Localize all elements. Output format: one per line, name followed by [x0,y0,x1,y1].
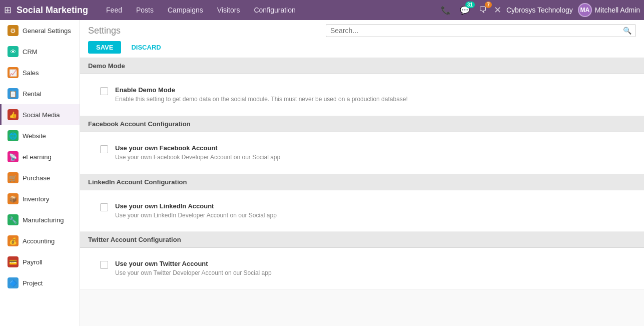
grid-icon[interactable]: ⊞ [4,5,12,16]
user-name: Mitchell Admin [595,6,640,14]
topbar-nav-campaigns[interactable]: Campaigns [162,3,209,17]
sidebar-item-label-accounting: Accounting [23,237,55,245]
setting-row-twitter-own-account: Use your own Twitter AccountUse your own… [100,256,636,281]
setting-desc-linkedin-own-account: Use your own LinkedIn Developer Account … [115,211,636,220]
social-media-icon: 👍 [8,109,19,120]
top-nav: FeedPostsCampaignsVisitorsConfiguration [100,3,439,17]
search-container: 🔍 [326,24,636,37]
sidebar-item-manufacturing[interactable]: 🔧Manufacturing [0,209,80,230]
elearning-icon: 📡 [8,151,19,162]
messages-badge: 31 [465,2,475,8]
rental-icon: 📋 [8,88,19,99]
section-header-linkedin-config: LinkedIn Account Configuration [80,174,644,190]
topbar: ⊞ Social Marketing FeedPostsCampaignsVis… [0,0,644,20]
section-body-facebook-config: Use your own Facebook AccountUse your ow… [80,132,644,174]
sidebar: ⚙General Settings👁CRM📈Sales📋Rental👍Socia… [0,20,80,326]
search-icon: 🔍 [623,27,631,35]
checkbox-linkedin-own-account[interactable] [100,203,108,211]
sidebar-item-label-general-settings: General Settings [23,27,71,35]
sidebar-item-general-settings[interactable]: ⚙General Settings [0,20,80,41]
phone-icon[interactable]: 📞 [439,4,453,17]
company-name: Cybrosys Technology [506,6,573,14]
purchase-icon: 🛒 [8,172,19,183]
section-body-twitter-config: Use your own Twitter AccountUse your own… [80,248,644,290]
sidebar-item-elearning[interactable]: 📡eLearning [0,146,80,167]
main-content: Settings 🔍 SAVE DISCARD Demo ModeEnable … [80,20,644,326]
sidebar-item-label-rental: Rental [23,90,42,98]
user-menu[interactable]: MA Mitchell Admin [578,3,640,17]
setting-row-linkedin-own-account: Use your own LinkedIn AccountUse your ow… [100,198,636,224]
page-title: Settings [88,26,121,36]
sidebar-item-sales[interactable]: 📈Sales [0,62,80,83]
messages-icon[interactable]: 💬31 [458,4,472,17]
sidebar-item-label-inventory: Inventory [23,195,49,203]
setting-desc-twitter-own-account: Use your own Twitter Developer Account o… [115,269,636,277]
setting-row-enable-demo-mode: Enable Demo ModeEnable this setting to g… [100,82,636,108]
sidebar-item-purchase[interactable]: 🛒Purchase [0,167,80,188]
sidebar-item-website[interactable]: 🌐Website [0,125,80,146]
setting-title-enable-demo-mode: Enable Demo Mode [115,86,636,94]
sidebar-item-label-website: Website [23,132,46,140]
setting-info-facebook-own-account: Use your own Facebook AccountUse your ow… [115,144,636,162]
sidebar-item-project[interactable]: 🔷Project [0,272,80,293]
section-body-linkedin-config: Use your own LinkedIn AccountUse your ow… [80,190,644,232]
activity-badge: 7 [485,2,492,8]
project-icon: 🔷 [8,277,19,288]
topbar-right: 📞 💬31 🗨7 ✕ Cybrosys Technology MA Mitche… [439,3,640,17]
subheader: Settings 🔍 SAVE DISCARD [80,20,644,58]
section-header-twitter-config: Twitter Account Configuration [80,232,644,248]
checkbox-twitter-own-account[interactable] [100,261,108,269]
setting-info-twitter-own-account: Use your own Twitter AccountUse your own… [115,260,636,277]
sales-icon: 📈 [8,67,19,78]
setting-info-linkedin-own-account: Use your own LinkedIn AccountUse your ow… [115,202,636,220]
setting-row-facebook-own-account: Use your own Facebook AccountUse your ow… [100,140,636,166]
manufacturing-icon: 🔧 [8,214,19,225]
sidebar-item-label-social-media: Social Media [23,111,60,119]
setting-title-linkedin-own-account: Use your own LinkedIn Account [115,202,636,210]
user-avatar: MA [578,3,592,17]
sidebar-item-label-elearning: eLearning [23,153,52,161]
save-button[interactable]: SAVE [88,41,121,54]
close-icon[interactable]: ✕ [494,5,501,16]
crm-icon: 👁 [8,46,19,57]
setting-info-enable-demo-mode: Enable Demo ModeEnable this setting to g… [115,86,636,104]
sidebar-item-crm[interactable]: 👁CRM [0,41,80,62]
topbar-nav-posts[interactable]: Posts [130,3,160,17]
checkbox-facebook-own-account[interactable] [100,145,108,153]
general-settings-icon: ⚙ [8,25,19,36]
section-body-demo-mode: Enable Demo ModeEnable this setting to g… [80,74,644,116]
accounting-icon: 💰 [8,235,19,246]
inventory-icon: 📦 [8,193,19,204]
sidebar-item-accounting[interactable]: 💰Accounting [0,230,80,251]
activity-icon[interactable]: 🗨7 [477,4,489,17]
app-name: Social Marketing [17,5,88,16]
setting-desc-facebook-own-account: Use your own Facebook Developer Account … [115,153,636,162]
sidebar-item-label-purchase: Purchase [23,174,50,182]
sidebar-item-label-crm: CRM [23,48,38,56]
action-bar: SAVE DISCARD [88,41,636,58]
sidebar-item-label-manufacturing: Manufacturing [23,216,64,224]
payroll-icon: 💳 [8,256,19,267]
topbar-nav-feed[interactable]: Feed [100,3,128,17]
discard-button[interactable]: DISCARD [125,41,167,54]
topbar-nav-visitors[interactable]: Visitors [211,3,246,17]
settings-content: Demo ModeEnable Demo ModeEnable this set… [80,58,644,326]
section-header-demo-mode: Demo Mode [80,58,644,74]
setting-title-twitter-own-account: Use your own Twitter Account [115,260,636,267]
sidebar-item-label-sales: Sales [23,69,39,77]
setting-title-facebook-own-account: Use your own Facebook Account [115,144,636,152]
sidebar-item-social-media[interactable]: 👍Social Media [0,104,80,125]
sidebar-item-label-payroll: Payroll [23,258,43,266]
sidebar-item-payroll[interactable]: 💳Payroll [0,251,80,272]
sidebar-item-label-project: Project [23,279,43,287]
checkbox-enable-demo-mode[interactable] [100,87,108,95]
content-area: ⚙General Settings👁CRM📈Sales📋Rental👍Socia… [0,20,644,326]
section-header-facebook-config: Facebook Account Configuration [80,116,644,132]
setting-desc-enable-demo-mode: Enable this setting to get demo data on … [115,95,636,104]
website-icon: 🌐 [8,130,19,141]
sidebar-item-rental[interactable]: 📋Rental [0,83,80,104]
search-input[interactable] [330,27,623,35]
topbar-nav-configuration[interactable]: Configuration [248,3,301,17]
sidebar-item-inventory[interactable]: 📦Inventory [0,188,80,209]
